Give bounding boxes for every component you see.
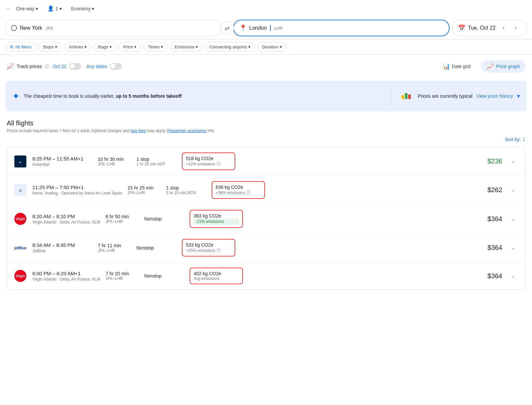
emission-kg: 636 kg CO2e (216, 184, 261, 190)
passenger-assistance-link[interactable]: Passenger assistance (167, 128, 206, 133)
expand-button[interactable]: ⌄ (508, 214, 518, 224)
emission-pct: Avg emissions (194, 276, 239, 281)
destination-cursor (270, 25, 271, 31)
filter-stops[interactable]: Stops ▾ (38, 42, 62, 52)
swap-button[interactable]: ⇄ (221, 21, 234, 35)
filter-bags[interactable]: Bags ▾ (94, 42, 116, 52)
all-filters-button[interactable]: ⚙ All filters (5, 42, 36, 52)
origin-field[interactable]: New York JFK (5, 20, 221, 36)
sort-by-label: Sort by: (505, 137, 521, 142)
view-history-button[interactable]: View price history (477, 93, 513, 99)
flight-duration: 7 hr 20 min JFK–LHR (105, 271, 139, 281)
flight-airline: Icelandair (32, 162, 92, 167)
price-chevron: ▾ (134, 44, 137, 49)
date-next-button[interactable]: › (510, 23, 521, 33)
flight-emissions: 452 kg CO2e Avg emissions (190, 268, 243, 284)
filter-duration[interactable]: Duration ▾ (258, 42, 286, 52)
search-bar: New York JFK ⇄ 📍 London LHR 📅 Tue, Oct 2… (0, 17, 532, 39)
track-right: 📊 Date grid 📈 Price graph (437, 60, 525, 73)
emission-kg: 533 kg CO2e (186, 242, 231, 248)
track-date-label: Oct 22 (53, 64, 66, 69)
emission-pct: +38% emissions ⓘ (216, 190, 261, 195)
filter-emissions[interactable]: Emissions ▾ (170, 42, 202, 52)
all-filters-label: All filters (15, 44, 31, 49)
flight-row[interactable]: Virgin 6:00 PM – 6:20 AM+1 Virgin Atlant… (7, 262, 525, 290)
flight-row[interactable]: ✈ 8:25 PM – 11:55 AM+1 Icelandair 10 hr … (7, 147, 525, 176)
price-amount: $236 (476, 157, 502, 165)
expand-button[interactable]: ⌄ (508, 271, 518, 281)
flight-duration: 15 hr 25 min JFK–LHR (127, 185, 161, 195)
emission-pct: +12% emissions ⓘ (186, 161, 231, 167)
flight-row[interactable]: IB 11:25 PM – 7:50 PM+1 Iberia, Vueling … (7, 176, 525, 205)
flight-duration-time: 10 hr 30 min (98, 156, 131, 162)
flight-times: 8:20 AM – 8:10 PM Virgin Atlantic · Delt… (32, 214, 100, 225)
flight-stops: Nonstop (144, 216, 184, 222)
view-history-chevron: ▾ (517, 92, 520, 100)
flight-duration-time: 15 hr 25 min (127, 185, 161, 190)
duration-label: Duration (262, 44, 278, 49)
track-date-toggle[interactable] (69, 63, 81, 70)
class-chevron: ▾ (92, 6, 94, 11)
any-dates-toggle[interactable] (110, 63, 122, 70)
price-graph-label: Price graph (496, 64, 520, 69)
sparkle-icon: ✦ (12, 91, 20, 102)
bags-chevron: ▾ (109, 44, 112, 49)
emission-info-icon[interactable]: ⓘ (217, 248, 221, 253)
emission-info-icon[interactable]: ⓘ (217, 161, 221, 167)
origin-code: JFK (46, 26, 53, 31)
airline-logo-jetblue: jetBlue (14, 246, 27, 250)
flight-stop-text: Nonstop (144, 216, 184, 222)
date-field[interactable]: 📅 Tue, Oct 22 ‹ › (452, 20, 527, 36)
sort-icon[interactable]: ↕ (522, 136, 525, 143)
filter-airlines[interactable]: Airlines ▾ (64, 42, 91, 52)
filter-times[interactable]: Times ▾ (144, 42, 168, 52)
flight-duration: 6 hr 50 min JFK–LHR (105, 214, 139, 224)
filter-price[interactable]: Price ▾ (119, 42, 141, 52)
date-prev-button[interactable]: ‹ (498, 23, 509, 33)
stops-chevron: ▾ (55, 44, 57, 49)
flight-duration-route: JFK–LHR (105, 219, 139, 224)
flight-airline: JetBlue (32, 249, 92, 253)
flight-price: $364 (476, 244, 502, 252)
svg-text:IB: IB (19, 189, 22, 193)
price-amount: $364 (476, 272, 502, 280)
destination-field[interactable]: 📍 London LHR (233, 20, 450, 36)
flight-duration-route: JFK–LHR (98, 162, 131, 166)
calendar-icon: 📅 (458, 24, 465, 32)
flight-row[interactable]: jetBlue 8:34 AM – 8:45 PM JetBlue 7 hr 1… (7, 234, 525, 262)
track-info-icon[interactable]: ⓘ (45, 64, 49, 69)
trip-type-selector[interactable]: One way ▾ (13, 4, 41, 13)
connecting-airports-label: Connecting airports (209, 44, 247, 49)
flight-emissions: 533 kg CO2e +15% emissions ⓘ (182, 239, 235, 257)
date-nav: ‹ › (498, 23, 521, 33)
flight-price: $262 (476, 186, 502, 194)
flight-stop-text: Nonstop (137, 245, 177, 251)
expand-button[interactable]: ⌄ (508, 185, 518, 195)
top-bar: → One way ▾ 👤 1 ▾ Economy ▾ (0, 0, 532, 17)
bag-fees-link[interactable]: bag fees (130, 128, 146, 133)
flight-duration-time: 7 hr 20 min (105, 271, 139, 276)
stops-label: Stops (43, 44, 54, 49)
passengers-selector[interactable]: 👤 1 ▾ (44, 3, 65, 14)
filter-icon: ⚙ (10, 44, 14, 49)
expand-button[interactable]: ⌄ (508, 243, 518, 253)
filter-connecting-airports[interactable]: Connecting airports ▾ (205, 42, 255, 52)
price-graph-button[interactable]: 📈 Price graph (481, 60, 525, 73)
times-chevron: ▾ (161, 44, 163, 49)
date-grid-button[interactable]: 📊 Date grid (437, 60, 476, 73)
info-card-left: ✦ The cheapest time to book is usually e… (12, 91, 385, 102)
filter-bar: ⚙ All filters Stops ▾ Airlines ▾ Bags ▾ … (0, 39, 532, 55)
flight-price: $364 (476, 272, 502, 280)
flight-row[interactable]: Virgin 8:20 AM – 8:10 PM Virgin Atlantic… (7, 205, 525, 234)
trip-type-label: One way (16, 6, 34, 11)
price-amount: $364 (476, 244, 502, 252)
emission-info-icon[interactable]: ⓘ (246, 190, 250, 195)
flight-emissions: 363 kg CO2e -21% emissions (190, 210, 243, 228)
emission-pct: -21% emissions (194, 219, 239, 225)
expand-button[interactable]: ⌄ (508, 156, 518, 167)
class-selector[interactable]: Economy ▾ (68, 4, 97, 13)
airline-logo: ✈ (14, 155, 27, 168)
info-divider (390, 86, 391, 106)
flight-times: 8:34 AM – 8:45 PM JetBlue (32, 242, 92, 253)
track-prices-label: Track prices (17, 64, 42, 69)
